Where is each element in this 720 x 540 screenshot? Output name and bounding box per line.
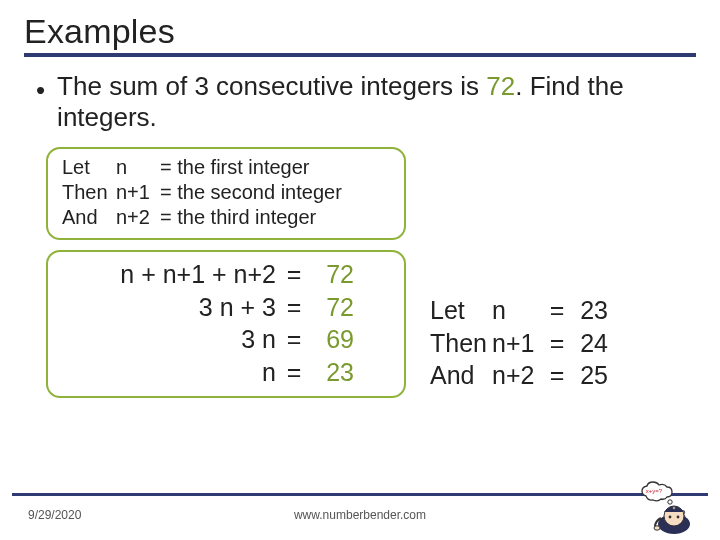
equations-list: n + n+1 + n+2 = 72 3 n + 3 = 72 3 n = 69…	[62, 258, 390, 388]
title-underline: Examples	[24, 12, 696, 57]
definition-expr: n+1	[116, 180, 160, 205]
result-eq: =	[546, 359, 568, 392]
svg-text:x+y=?: x+y=?	[646, 488, 663, 494]
equation-row: 3 n + 3 = 72	[62, 291, 390, 324]
definition-expr: n+2	[116, 205, 160, 230]
result-eq: =	[546, 327, 568, 360]
definitions-box: Let n = the first integer Then n+1 = the…	[46, 147, 406, 240]
problem-prefix: The sum of 3 consecutive integers is	[57, 71, 486, 101]
definition-lead: And	[62, 205, 116, 230]
definition-row: And n+2 = the third integer	[62, 205, 390, 230]
svg-point-4	[654, 526, 660, 530]
result-expr: n+2	[492, 359, 546, 392]
problem-text: The sum of 3 consecutive integers is 72.…	[57, 71, 690, 133]
equation-row: n = 23	[62, 356, 390, 389]
result-lead: Let	[430, 294, 492, 327]
svg-point-2	[669, 516, 672, 519]
definitions-list: Let n = the first integer Then n+1 = the…	[62, 155, 390, 230]
equations-box: n + n+1 + n+2 = 72 3 n + 3 = 72 3 n = 69…	[46, 250, 406, 398]
equation-eq: =	[284, 323, 304, 356]
equation-rhs: 72	[304, 291, 354, 324]
equation-eq: =	[284, 291, 304, 324]
result-val: 23	[568, 294, 608, 327]
result-val: 24	[568, 327, 608, 360]
definition-expr: n	[116, 155, 160, 180]
result-lead: And	[430, 359, 492, 392]
result-row: Let n = 23	[430, 294, 608, 327]
equation-lhs: n + n+1 + n+2	[62, 258, 284, 291]
result-eq: =	[546, 294, 568, 327]
equation-eq: =	[284, 258, 304, 291]
result-lead: Then	[430, 327, 492, 360]
problem-accent-number: 72	[486, 71, 515, 101]
equation-lhs: 3 n	[62, 323, 284, 356]
svg-point-7	[673, 507, 676, 510]
equation-row: 3 n = 69	[62, 323, 390, 356]
result-row: And n+2 = 25	[430, 359, 608, 392]
results-block: Let n = 23 Then n+1 = 24 And n+2 = 25	[430, 294, 608, 392]
definition-desc: = the second integer	[160, 180, 342, 205]
equation-eq: =	[284, 356, 304, 389]
footer-divider	[12, 493, 708, 496]
result-expr: n+1	[492, 327, 546, 360]
svg-point-3	[677, 516, 680, 519]
slide: Examples • The sum of 3 consecutive inte…	[0, 0, 720, 398]
equation-lhs: 3 n + 3	[62, 291, 284, 324]
equation-lhs: n	[62, 356, 284, 389]
equation-row: n + n+1 + n+2 = 72	[62, 258, 390, 291]
equation-rhs: 72	[304, 258, 354, 291]
svg-point-6	[668, 500, 672, 504]
page-title: Examples	[24, 12, 696, 51]
result-expr: n	[492, 294, 546, 327]
definition-row: Then n+1 = the second integer	[62, 180, 390, 205]
definition-row: Let n = the first integer	[62, 155, 390, 180]
bullet-dot: •	[36, 75, 45, 133]
equation-rhs: 23	[304, 356, 354, 389]
equation-rhs: 69	[304, 323, 354, 356]
footer-url: www.numberbender.com	[0, 508, 720, 522]
definition-desc: = the third integer	[160, 205, 316, 230]
result-row: Then n+1 = 24	[430, 327, 608, 360]
definition-lead: Then	[62, 180, 116, 205]
problem-statement: • The sum of 3 consecutive integers is 7…	[36, 71, 690, 133]
result-val: 25	[568, 359, 608, 392]
definition-lead: Let	[62, 155, 116, 180]
definition-desc: = the first integer	[160, 155, 310, 180]
cartoon-thinker-icon: x+y=?	[634, 478, 706, 534]
